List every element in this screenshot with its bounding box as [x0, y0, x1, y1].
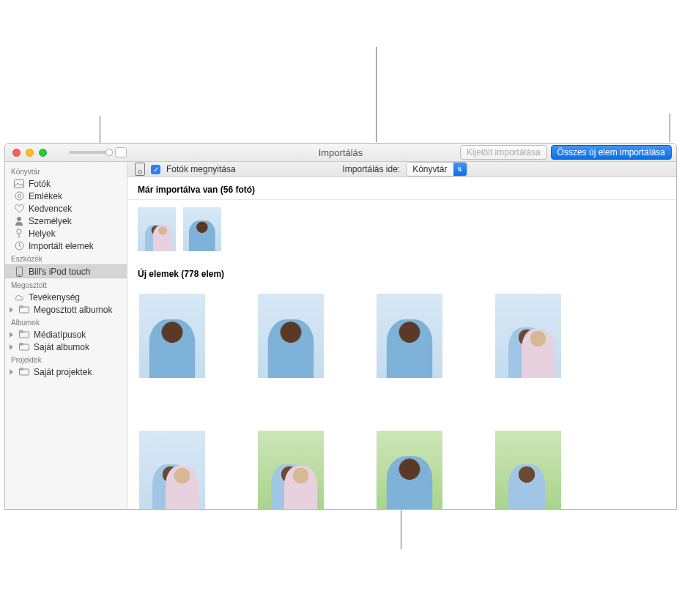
memories-icon	[14, 191, 24, 201]
sidebar-item-shared-albums[interactable]: Megosztott albumok	[5, 303, 127, 316]
photos-window: Importálás Kijelölt importálása Összes ú…	[4, 143, 677, 510]
svg-point-2	[18, 195, 21, 198]
maximize-icon[interactable]	[39, 149, 47, 157]
import-to-label: Importálás ide:	[342, 164, 400, 174]
window-controls	[5, 149, 47, 157]
photo-thumbnail[interactable]	[258, 294, 324, 378]
svg-rect-7	[16, 267, 22, 276]
already-imported-header: Már importálva van (56 fotó)	[127, 177, 676, 200]
new-items-grid	[127, 283, 676, 509]
sidebar-item-label: Saját albumok	[34, 342, 89, 352]
svg-point-3	[17, 217, 21, 221]
sidebar-item-label: Fotók	[29, 179, 51, 189]
sidebar-section-albums: Albumok	[5, 316, 127, 328]
svg-rect-0	[15, 179, 24, 188]
minimize-icon[interactable]	[26, 149, 34, 157]
sidebar-item-my-albums[interactable]: Saját albumok	[5, 341, 127, 353]
sidebar-item-label: Megosztott albumok	[34, 305, 112, 315]
sidebar-section-shared: Megosztott	[5, 278, 127, 291]
new-items-header: Új elemek (778 elem)	[127, 261, 676, 283]
photo-thumbnail[interactable]	[377, 294, 442, 378]
folder-icon	[19, 367, 29, 376]
import-to-select[interactable]: Könyvtár ⇅	[406, 162, 467, 177]
sidebar-item-my-projects[interactable]: Saját projektek	[5, 365, 127, 378]
sidebar-item-imported[interactable]: Importált elemek	[5, 240, 127, 252]
sidebar-item-favorites[interactable]: Kedvencek	[5, 202, 127, 215]
photos-icon	[14, 179, 24, 188]
sidebar-item-people[interactable]: Személyek	[5, 215, 127, 227]
folder-icon	[19, 342, 29, 352]
zoom-slider[interactable]	[69, 151, 109, 154]
clock-icon	[14, 241, 24, 251]
folder-icon	[19, 330, 29, 339]
svg-point-8	[18, 274, 20, 275]
sidebar-item-label: Importált elemek	[29, 241, 94, 251]
import-to-value: Könyvtár	[407, 164, 453, 174]
sidebar-section-devices: Eszközök	[5, 252, 127, 264]
sidebar-item-label: Személyek	[29, 216, 72, 226]
open-photos-label: Fotók megnyitása	[166, 164, 236, 174]
import-selected-button[interactable]: Kijelölt importálása	[460, 145, 547, 160]
folder-icon	[19, 305, 29, 314]
sidebar-item-memories[interactable]: Emlékek	[5, 190, 127, 202]
sidebar-item-activity[interactable]: Tevékenység	[5, 291, 127, 303]
zoom-thumb[interactable]	[105, 149, 113, 156]
sidebar-section-library: Könyvtár	[5, 165, 127, 177]
svg-point-1	[15, 192, 23, 200]
import-toolbar: ✓ Fotók megnyitása Importálás ide: Könyv…	[127, 162, 676, 177]
close-icon[interactable]	[12, 149, 21, 157]
pin-icon	[14, 229, 24, 238]
already-imported-grid	[127, 200, 676, 261]
ipod-icon	[14, 267, 24, 276]
photo-thumbnail[interactable]	[258, 431, 324, 509]
sidebar-item-label: Saját projektek	[34, 367, 92, 377]
cloud-icon	[14, 292, 24, 302]
open-photos-checkbox[interactable]: ✓	[151, 165, 160, 174]
sidebar-item-label: Emlékek	[29, 191, 62, 201]
import-all-new-button[interactable]: Összes új elem importálása	[551, 145, 672, 160]
sidebar-item-label: Bill's iPod touch	[29, 267, 90, 277]
sidebar-item-places[interactable]: Helyek	[5, 227, 127, 240]
person-icon	[14, 216, 24, 226]
photo-thumbnail[interactable]	[377, 431, 442, 509]
sidebar-item-label: Tevékenység	[29, 292, 80, 303]
sidebar-item-device[interactable]: Bill's iPod touch	[5, 264, 127, 278]
photo-thumbnail[interactable]	[183, 207, 221, 251]
disclosure-triangle-icon[interactable]	[10, 369, 13, 375]
photo-thumbnail[interactable]	[138, 207, 176, 251]
sidebar-item-label: Kedvencek	[29, 204, 72, 214]
sidebar-item-media-types[interactable]: Médiatípusok	[5, 328, 127, 341]
callout-line	[670, 114, 670, 142]
photo-thumbnail[interactable]	[139, 431, 205, 509]
sidebar: Könyvtár Fotók Emlékek Kedvencek	[5, 162, 127, 509]
sidebar-section-projects: Projektek	[5, 353, 127, 365]
photo-thumbnail[interactable]	[139, 294, 205, 378]
disclosure-triangle-icon[interactable]	[10, 307, 13, 313]
sidebar-item-label: Médiatípusok	[34, 330, 86, 340]
photo-thumbnail[interactable]	[495, 431, 561, 509]
device-icon	[135, 163, 145, 176]
select-arrows-icon: ⇅	[453, 163, 467, 176]
titlebar: Importálás Kijelölt importálása Összes ú…	[5, 144, 676, 162]
disclosure-triangle-icon[interactable]	[10, 332, 13, 338]
callout-line	[376, 47, 377, 142]
sidebar-item-label: Helyek	[29, 229, 56, 239]
import-content: ✓ Fotók megnyitása Importálás ide: Könyv…	[127, 162, 676, 509]
view-toggle[interactable]	[115, 147, 127, 157]
disclosure-triangle-icon[interactable]	[10, 344, 13, 350]
heart-icon	[14, 204, 24, 213]
svg-point-4	[17, 229, 21, 233]
sidebar-item-photos[interactable]: Fotók	[5, 177, 127, 190]
window-title: Importálás	[319, 147, 363, 158]
photo-thumbnail[interactable]	[495, 294, 561, 378]
